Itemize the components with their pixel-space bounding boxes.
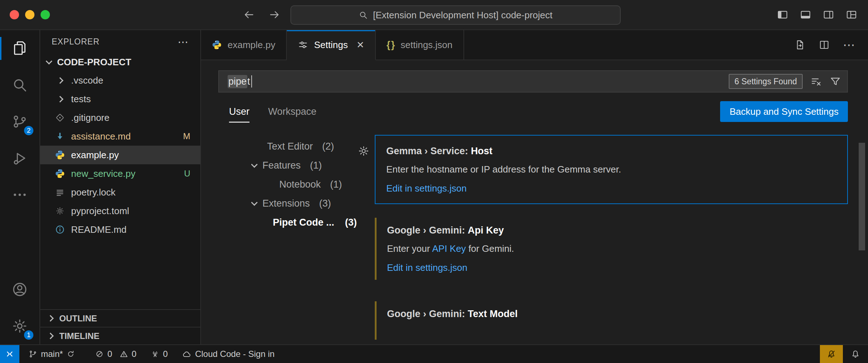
git-status-badge: U (184, 169, 190, 179)
scope-tab-workspace[interactable]: Workspace (268, 106, 317, 123)
setting-google-gemini-api-key[interactable]: Google › Gemini: Api Key Enter your API … (375, 215, 848, 283)
tab-bar: example.py Settings ✕ { } settings.json (201, 30, 868, 60)
file-row-vscode[interactable]: .vscode (40, 71, 200, 90)
bell-icon (851, 349, 860, 359)
ellipsis-icon (11, 187, 28, 203)
timeline-section-header[interactable]: TIMELINE (40, 327, 200, 344)
toc-pipet-code[interactable]: Pipet Code ...(3) (251, 213, 359, 232)
edit-in-settings-json-link[interactable]: Edit in settings.json (387, 262, 467, 273)
minimize-window-button[interactable] (25, 10, 34, 19)
setting-description: Enter the hostname or IP address for the… (386, 164, 836, 175)
backup-sync-settings-button[interactable]: Backup and Sync Settings (720, 101, 848, 122)
split-editor-icon[interactable] (818, 39, 830, 51)
toggle-secondary-sidebar-icon[interactable] (823, 9, 834, 20)
explorer-root-folder[interactable]: CODE-PROJECT (40, 53, 200, 71)
notifications-status-item[interactable] (843, 345, 868, 363)
chevron-right-icon (57, 77, 63, 84)
setting-gemma-service-host[interactable]: Gemma › Service: Host Enter the hostname… (375, 135, 848, 204)
activity-bar: 2 (0, 30, 40, 344)
toml-gear-icon (55, 206, 65, 216)
settings-badge: 1 (23, 329, 34, 341)
titlebar: [Extension Development Host] code-projec… (0, 0, 868, 30)
clear-filters-icon[interactable] (810, 75, 822, 88)
file-row-gitignore[interactable]: .gitignore (40, 108, 200, 127)
tab-example-py[interactable]: example.py (201, 30, 287, 60)
json-braces-icon: { } (387, 39, 395, 51)
activity-search[interactable] (0, 67, 39, 103)
problems-status-item[interactable]: 0 0 (95, 345, 136, 363)
account-icon (11, 281, 28, 298)
command-center[interactable]: [Extension Development Host] code-projec… (290, 5, 621, 25)
error-icon (95, 350, 104, 358)
zoom-window-button[interactable] (41, 10, 50, 19)
toc-features[interactable]: Features(1) (251, 156, 359, 175)
git-branch-icon (29, 350, 37, 358)
filter-icon[interactable] (829, 75, 841, 88)
python-file-icon (55, 150, 65, 160)
toggle-panel-icon[interactable] (800, 9, 811, 20)
activity-more[interactable] (0, 176, 39, 213)
window-controls (10, 10, 50, 19)
python-file-icon (212, 40, 222, 50)
tab-settings[interactable]: Settings ✕ (287, 30, 376, 60)
branch-status-item[interactable]: main* (29, 345, 75, 363)
explorer-more-actions-icon[interactable]: ⋯ (178, 36, 189, 48)
navigate-back-icon[interactable] (243, 9, 255, 21)
scrollbar-thumb[interactable] (859, 143, 865, 250)
activity-settings[interactable]: 1 (0, 308, 39, 344)
file-row-readme-md[interactable]: README.md (40, 220, 200, 239)
activity-run-debug[interactable] (0, 140, 39, 176)
navigate-forward-icon[interactable] (269, 9, 281, 21)
settings-count-badge: 6 Settings Found (729, 74, 803, 89)
settings-search-input[interactable]: pipet 6 Settings Found (218, 70, 848, 93)
setting-gear-icon[interactable] (358, 145, 370, 157)
sync-icon (66, 350, 75, 358)
toc-extensions[interactable]: Extensions(3) (251, 194, 359, 213)
close-window-button[interactable] (10, 10, 19, 19)
file-row-poetry-lock[interactable]: poetry.lock (40, 183, 200, 202)
file-row-assistance-md[interactable]: assistance.md M (40, 127, 200, 146)
python-file-icon (55, 169, 65, 179)
customize-layout-icon[interactable] (846, 9, 857, 20)
tab-close-icon[interactable]: ✕ (356, 39, 364, 51)
cloud-code-status-item[interactable]: Cloud Code - Sign in (182, 345, 274, 363)
open-settings-json-icon[interactable] (794, 39, 806, 51)
file-row-example-py[interactable]: example.py (40, 146, 200, 164)
setting-name: Text Model (468, 308, 518, 319)
search-text: t (247, 76, 250, 87)
activity-accounts[interactable] (0, 271, 39, 308)
editor-area: example.py Settings ✕ { } settings.json (201, 30, 868, 344)
text-cursor (251, 75, 252, 88)
scope-tab-user[interactable]: User (229, 106, 249, 123)
api-key-link[interactable]: API Key (432, 243, 466, 254)
do-not-disturb-status-item[interactable] (820, 345, 843, 363)
file-row-pyproject-toml[interactable]: pyproject.toml (40, 202, 200, 220)
settings-toc: Text Editor(2) Features(1) Notebook(1) E… (251, 135, 359, 344)
tab-settings-json[interactable]: { } settings.json (376, 30, 464, 60)
explorer-sidebar: EXPLORER ⋯ CODE-PROJECT .vscode tests .g… (40, 30, 201, 344)
setting-category: Google › Gemini: (387, 225, 468, 236)
activity-explorer[interactable] (0, 30, 39, 67)
remote-indicator[interactable] (0, 345, 19, 363)
file-row-new-service-py[interactable]: new_service.py U (40, 164, 200, 183)
toc-notebook[interactable]: Notebook(1) (251, 175, 359, 194)
setting-google-gemini-text-model[interactable]: Google › Gemini: Text Model (375, 298, 848, 336)
file-row-tests[interactable]: tests (40, 90, 200, 108)
settings-sliders-icon (298, 39, 308, 50)
cloud-icon (182, 349, 191, 359)
setting-name: Api Key (468, 225, 504, 236)
toc-text-editor[interactable]: Text Editor(2) (251, 137, 359, 156)
files-icon (11, 40, 28, 57)
toggle-primary-sidebar-icon[interactable] (777, 9, 788, 20)
activity-source-control[interactable]: 2 (0, 103, 39, 140)
setting-category: Gemma › Service: (386, 146, 471, 156)
chevron-right-icon (57, 96, 63, 102)
lock-file-icon (55, 188, 65, 197)
chevron-right-icon (47, 333, 53, 339)
outline-section-header[interactable]: OUTLINE (40, 309, 200, 327)
more-actions-icon[interactable]: ⋯ (843, 38, 855, 52)
status-bar: main* 0 0 0 Cloud Code - Sign in (0, 344, 868, 363)
setting-category: Google › Gemini: (387, 308, 468, 319)
edit-in-settings-json-link[interactable]: Edit in settings.json (386, 183, 467, 194)
ports-status-item[interactable]: 0 (151, 345, 168, 363)
